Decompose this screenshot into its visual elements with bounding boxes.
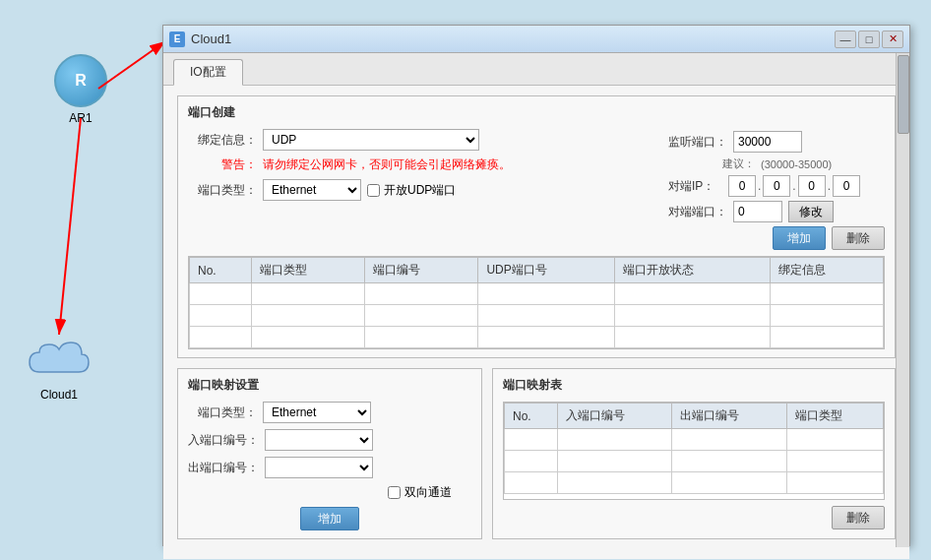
delete-port-button[interactable]: 删除 bbox=[832, 226, 885, 250]
cloud1-label: Cloud1 bbox=[40, 388, 78, 402]
mapping-col-out-port: 出端口编号 bbox=[672, 404, 786, 429]
scrollbar[interactable] bbox=[896, 53, 909, 547]
mapping-port-type-row: 端口类型： Ethernet Serial bbox=[188, 402, 471, 423]
dialog-content: 端口创建 绑定信息： UDP TCP Ethernet bbox=[163, 86, 909, 559]
dialog-icon: E bbox=[169, 31, 185, 47]
port-type-row: 端口类型： Ethernet Serial 开放UDP端口 bbox=[188, 179, 652, 201]
bidirectional-label: 双向通道 bbox=[404, 484, 452, 501]
mapping-add-button[interactable]: 增加 bbox=[300, 507, 359, 530]
mapping-delete-button[interactable]: 删除 bbox=[832, 506, 885, 529]
title-bar: E Cloud1 — □ ✕ bbox=[163, 26, 909, 53]
in-port-select[interactable] bbox=[265, 429, 373, 451]
tab-bar: IO配置 bbox=[163, 53, 909, 86]
modify-button[interactable]: 修改 bbox=[788, 201, 834, 222]
mapping-row-empty-1 bbox=[505, 429, 884, 451]
suggest-row: 建议： (30000-35000) bbox=[668, 156, 885, 171]
out-port-label: 出端口编号： bbox=[188, 460, 259, 476]
remote-ip-boxes: . . . bbox=[728, 175, 860, 197]
col-port-num: 端口编号 bbox=[365, 258, 478, 283]
remote-port-row: 对端端口： 修改 bbox=[668, 201, 885, 222]
binding-row: 绑定信息： UDP TCP Ethernet bbox=[188, 129, 652, 151]
port-table-container: No. 端口类型 端口编号 UDP端口号 端口开放状态 绑定信息 bbox=[188, 256, 885, 349]
bottom-sections: 端口映射设置 端口类型： Ethernet Serial 入端口编号： bbox=[177, 368, 896, 549]
cloud1-dialog: E Cloud1 — □ ✕ IO配置 端口创建 绑定信息： bbox=[162, 25, 910, 546]
dialog-title: Cloud1 bbox=[191, 31, 231, 46]
minimize-button[interactable]: — bbox=[835, 31, 856, 48]
port-mapping-table-title: 端口映射表 bbox=[503, 377, 885, 394]
suggest-label: 建议： bbox=[722, 156, 755, 171]
warning-row: 警告： 请勿绑定公网网卡，否则可能会引起网络瘫痪。 bbox=[188, 156, 652, 173]
add-port-button[interactable]: 增加 bbox=[773, 226, 826, 250]
cloud1-icon bbox=[25, 335, 93, 384]
mapping-col-type: 端口类型 bbox=[786, 404, 883, 429]
remote-ip-row: 对端IP： . . . bbox=[668, 175, 885, 197]
maximize-button[interactable]: □ bbox=[858, 31, 880, 48]
warning-label: 警告： bbox=[188, 156, 257, 173]
remote-port-label: 对端端口： bbox=[668, 204, 727, 220]
open-udp-checkbox[interactable] bbox=[367, 184, 380, 197]
table-row-empty-3 bbox=[190, 327, 884, 348]
mapping-row-empty-2 bbox=[505, 451, 884, 472]
port-creation-right: 监听端口： 建议： (30000-35000) 对端IP： . . bbox=[668, 129, 885, 250]
add-delete-row: 增加 删除 bbox=[668, 226, 885, 250]
col-no: No. bbox=[190, 258, 252, 283]
port-mapping-settings-section: 端口映射设置 端口类型： Ethernet Serial 入端口编号： bbox=[177, 368, 482, 539]
device-ar1[interactable]: R AR1 bbox=[54, 54, 107, 125]
monitor-port-row: 监听端口： bbox=[668, 131, 885, 153]
ip-box-4[interactable] bbox=[833, 175, 860, 197]
ip-box-3[interactable] bbox=[798, 175, 826, 197]
ip-box-2[interactable] bbox=[763, 175, 790, 197]
col-binding: 绑定信息 bbox=[770, 258, 883, 283]
suggest-range: (30000-35000) bbox=[761, 158, 832, 170]
monitor-port-input[interactable] bbox=[733, 131, 802, 153]
mapping-col-no: No. bbox=[505, 404, 558, 429]
title-bar-left: E Cloud1 bbox=[169, 31, 231, 47]
binding-label: 绑定信息： bbox=[188, 132, 257, 149]
binding-select[interactable]: UDP TCP Ethernet bbox=[263, 129, 479, 151]
mapping-delete-row: 删除 bbox=[503, 506, 885, 529]
ip-box-1[interactable] bbox=[728, 175, 756, 197]
mapping-add-row: 增加 bbox=[188, 507, 471, 530]
out-port-row: 出端口编号： bbox=[188, 457, 471, 478]
table-row-empty-1 bbox=[190, 283, 884, 305]
port-table: No. 端口类型 端口编号 UDP端口号 端口开放状态 绑定信息 bbox=[189, 257, 884, 348]
warning-text: 请勿绑定公网网卡，否则可能会引起网络瘫痪。 bbox=[263, 156, 511, 173]
remote-port-input[interactable] bbox=[733, 201, 782, 222]
port-type-select[interactable]: Ethernet Serial bbox=[263, 179, 361, 201]
open-udp-label: 开放UDP端口 bbox=[367, 182, 456, 199]
in-port-row: 入端口编号： bbox=[188, 429, 471, 451]
col-udp-port: UDP端口号 bbox=[478, 258, 615, 283]
port-mapping-table-section: 端口映射表 No. 入端口编号 出端口编号 端口类型 bbox=[492, 368, 896, 539]
ar1-icon: R bbox=[54, 54, 107, 107]
in-port-label: 入端口编号： bbox=[188, 432, 259, 449]
col-port-status: 端口开放状态 bbox=[615, 258, 771, 283]
bidirectional-checkbox[interactable] bbox=[388, 486, 401, 499]
port-creation-section: 端口创建 绑定信息： UDP TCP Ethernet bbox=[177, 95, 896, 358]
device-cloud1[interactable]: Cloud1 bbox=[25, 335, 93, 402]
monitor-port-label: 监听端口： bbox=[668, 134, 727, 151]
title-controls: — □ ✕ bbox=[835, 31, 903, 48]
scrollbar-thumb bbox=[898, 55, 909, 134]
port-type-label: 端口类型： bbox=[188, 182, 257, 199]
mapping-table-container: No. 入端口编号 出端口编号 端口类型 bbox=[503, 402, 885, 500]
tab-io-config[interactable]: IO配置 bbox=[173, 59, 243, 86]
remote-ip-label: 对端IP： bbox=[668, 178, 722, 195]
mapping-table: No. 入端口编号 出端口编号 端口类型 bbox=[504, 403, 884, 494]
port-creation-title: 端口创建 bbox=[188, 104, 885, 121]
bidirectional-row: 双向通道 bbox=[188, 484, 471, 501]
ar1-label: AR1 bbox=[69, 111, 92, 125]
table-row-empty-2 bbox=[190, 305, 884, 327]
mapping-port-type-label: 端口类型： bbox=[188, 404, 257, 421]
mapping-port-type-select[interactable]: Ethernet Serial bbox=[263, 402, 371, 423]
col-port-type: 端口类型 bbox=[252, 258, 365, 283]
port-creation-left: 绑定信息： UDP TCP Ethernet 警告： 请勿绑定公网网卡，否则可能… bbox=[188, 129, 652, 250]
port-mapping-settings-title: 端口映射设置 bbox=[188, 377, 471, 394]
close-button[interactable]: ✕ bbox=[882, 31, 903, 48]
mapping-row-empty-3 bbox=[505, 472, 884, 494]
out-port-select[interactable] bbox=[265, 457, 373, 478]
mapping-col-in-port: 入端口编号 bbox=[557, 404, 671, 429]
